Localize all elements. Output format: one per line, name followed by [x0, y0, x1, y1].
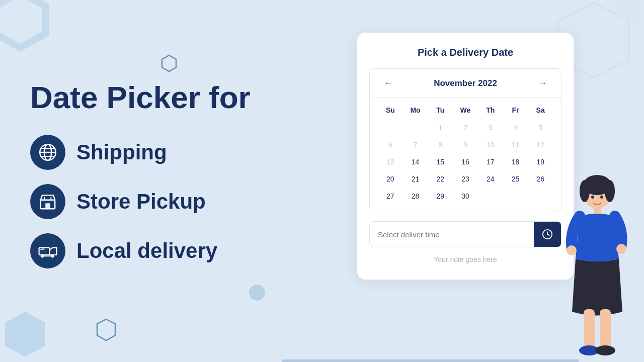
table-row[interactable]: 25 — [503, 171, 528, 187]
card-title: Pick a Delivery Date — [369, 47, 561, 58]
table-row: 10 — [478, 137, 503, 152]
svg-rect-32 — [584, 309, 595, 349]
weekday-fr: Fr — [503, 103, 528, 117]
table-row: 12 — [528, 137, 553, 152]
table-row: 8 — [428, 137, 453, 152]
deco-circle-bottom — [248, 284, 266, 302]
table-row[interactable]: 22 — [428, 171, 453, 187]
table-row[interactable]: 29 — [428, 189, 453, 204]
table-row: 7 — [403, 137, 428, 152]
table-row: 6 — [378, 137, 403, 152]
calendar-widget: ← November 2022 → Su Mo Tu We Th Fr Sa 1… — [369, 68, 561, 212]
svg-point-37 — [600, 196, 603, 199]
table-row: 2 — [453, 120, 478, 135]
table-row[interactable]: 17 — [478, 154, 503, 169]
table-row[interactable]: 19 — [528, 154, 553, 169]
table-row: 3 — [478, 120, 503, 135]
time-input[interactable] — [370, 223, 534, 246]
store-icon-circle — [30, 184, 65, 219]
svg-marker-0 — [0, 0, 45, 48]
time-picker-button[interactable] — [534, 222, 561, 247]
table-row[interactable]: 20 — [378, 171, 403, 187]
feature-item-local-delivery: Local delivery — [30, 233, 292, 268]
svg-rect-33 — [600, 309, 611, 349]
svg-point-27 — [580, 180, 590, 202]
table-row: 9 — [453, 137, 478, 152]
table-row[interactable]: 27 — [378, 189, 403, 204]
deco-hex-bottom-left-fill — [0, 307, 50, 362]
store-pickup-label: Store Pickup — [76, 190, 206, 214]
table-row[interactable]: 18 — [503, 154, 528, 169]
store-icon — [38, 192, 57, 211]
svg-marker-4 — [162, 55, 176, 71]
table-row[interactable]: 16 — [453, 154, 478, 169]
feature-item-shipping: Shipping — [30, 135, 292, 170]
delivery-truck-icon — [38, 241, 57, 260]
table-row[interactable]: 15 — [428, 154, 453, 169]
table-row[interactable]: 28 — [403, 189, 428, 204]
table-row: 11 — [503, 137, 528, 152]
svg-point-31 — [616, 244, 626, 254]
calendar-header: ← November 2022 → — [370, 69, 561, 98]
svg-point-20 — [51, 254, 54, 257]
left-panel: Date Picker for Shipping — [30, 80, 292, 268]
table-row[interactable]: 26 — [528, 171, 553, 187]
svg-point-19 — [41, 254, 44, 257]
delivery-icon-circle — [30, 233, 65, 268]
month-title: November 2022 — [434, 78, 497, 88]
svg-point-30 — [567, 245, 577, 255]
prev-month-button[interactable]: ← — [380, 76, 397, 90]
weekday-tu: Tu — [428, 103, 453, 117]
table-row[interactable]: 21 — [403, 171, 428, 187]
feature-item-store-pickup: Store Pickup — [30, 184, 292, 219]
deco-hex-top-left — [0, 0, 50, 60]
note-text: Your note goes here — [369, 255, 561, 263]
next-month-button[interactable]: → — [534, 76, 551, 90]
svg-point-7 — [249, 285, 265, 301]
svg-marker-3 — [609, 3, 641, 30]
deco-hex-bottom-left — [96, 318, 117, 342]
deco-hex-mid-left — [161, 54, 177, 72]
svg-marker-5 — [97, 319, 115, 340]
calendar-grid: Su Mo Tu We Th Fr Sa 1234567891011121314… — [370, 98, 561, 212]
days-grid: 1234567891011121314151617181920212223242… — [378, 120, 553, 204]
weekday-mo: Mo — [403, 103, 428, 117]
svg-point-36 — [591, 196, 594, 199]
shipping-icon-circle — [30, 135, 65, 170]
person-illustration — [565, 166, 630, 362]
svg-point-35 — [595, 345, 615, 355]
table-row[interactable]: 24 — [478, 171, 503, 187]
svg-marker-6 — [5, 312, 45, 357]
globe-icon — [38, 143, 57, 162]
main-title: Date Picker for — [30, 80, 292, 115]
weekdays-row: Su Mo Tu We Th Fr Sa — [378, 103, 553, 117]
feature-list: Shipping Store Pickup — [30, 135, 292, 268]
table-row[interactable]: 23 — [453, 171, 478, 187]
deco-bottom-strip — [282, 359, 579, 362]
table-row[interactable]: 30 — [453, 189, 478, 204]
clock-icon — [542, 229, 553, 240]
weekday-su: Su — [378, 103, 403, 117]
svg-rect-15 — [45, 203, 50, 209]
svg-point-28 — [605, 180, 615, 202]
table-row: 4 — [503, 120, 528, 135]
weekday-th: Th — [478, 103, 503, 117]
time-picker-row[interactable] — [369, 221, 561, 247]
table-row[interactable]: 14 — [403, 154, 428, 169]
table-row: 13 — [378, 154, 403, 169]
weekday-sa: Sa — [528, 103, 553, 117]
table-row: 1 — [428, 120, 453, 135]
table-row: 5 — [528, 120, 553, 135]
calendar-card: Pick a Delivery Date ← November 2022 → S… — [357, 33, 574, 280]
shipping-label: Shipping — [76, 140, 167, 164]
local-delivery-label: Local delivery — [76, 239, 217, 263]
svg-line-24 — [547, 234, 549, 235]
weekday-we: We — [453, 103, 478, 117]
